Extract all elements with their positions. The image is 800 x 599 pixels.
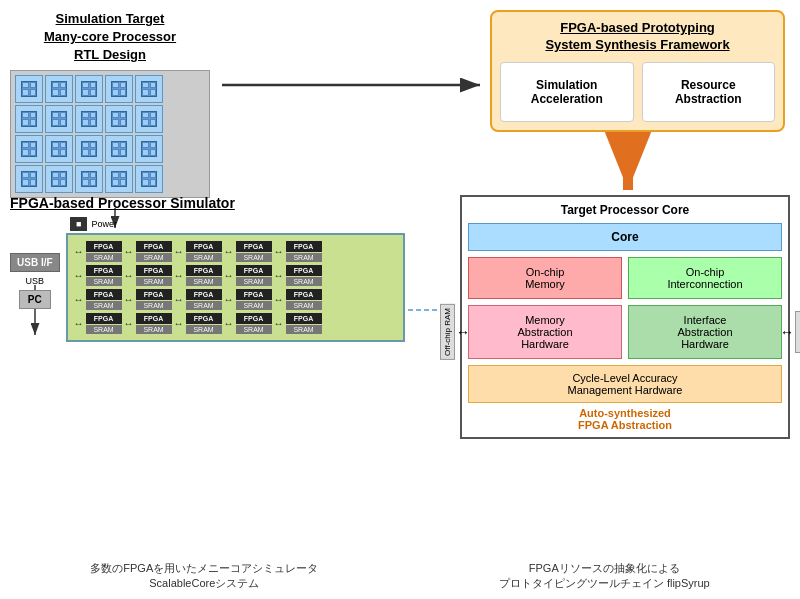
sram-node: SRAM bbox=[186, 325, 222, 334]
fpga-node: FPGA bbox=[286, 265, 322, 276]
sram-node: SRAM bbox=[136, 301, 172, 310]
usb-label: USB bbox=[26, 276, 45, 286]
fpga-node: FPGA bbox=[186, 241, 222, 252]
fpga-sim-title: FPGA-based Processor Simulator bbox=[10, 195, 405, 211]
fpga-grid-row-2: ↔ FPGASRAM ↔ FPGASRAM ↔ FPGASRAM ↔ FPGAS… bbox=[74, 265, 397, 286]
fpga-node: FPGA bbox=[286, 289, 322, 300]
chip-cell bbox=[45, 165, 73, 193]
fpga-node: FPGA bbox=[186, 289, 222, 300]
fpga-node: FPGA bbox=[236, 265, 272, 276]
chip-cell bbox=[15, 75, 43, 103]
chip-cell bbox=[135, 75, 163, 103]
chip-cell bbox=[75, 75, 103, 103]
arrow-icon: ↔ bbox=[224, 246, 234, 257]
chip-cell bbox=[135, 135, 163, 163]
fpga-io-section: ↔ FPGA I/O bbox=[780, 305, 800, 359]
fpga-grid-row-1: ↔ FPGASRAM ↔ FPGASRAM ↔ FPGASRAM ↔ FPGAS… bbox=[74, 241, 397, 262]
fpga-node: FPGA bbox=[186, 265, 222, 276]
sram-node: SRAM bbox=[86, 301, 122, 310]
fpga-node: FPGA bbox=[136, 265, 172, 276]
offchip-ram-section: Off-chip RAM ↔ bbox=[440, 305, 470, 359]
main-container: Simulation TargetMany-core ProcessorRTL … bbox=[0, 0, 800, 599]
onchip-memory-box: On-chipMemory bbox=[468, 257, 622, 299]
chip-cell bbox=[135, 105, 163, 133]
abstraction-row: Off-chip RAM ↔ MemoryAbstractionHardware… bbox=[468, 305, 782, 359]
sram-node: SRAM bbox=[86, 277, 122, 286]
simulator-inner: USB I/F USB PC ↔ FPGASRAM ↔ FPGASRAM ↔ F… bbox=[10, 233, 405, 342]
bottom-right-line2: プロトタイピングツールチェイン flipSyrup bbox=[499, 576, 710, 591]
offchip-ram-label: Off-chip RAM bbox=[440, 304, 455, 360]
fpga-simulator-section: FPGA-based Processor Simulator ■ Power U… bbox=[10, 195, 405, 342]
fpga-node: FPGA bbox=[136, 289, 172, 300]
sram-node: SRAM bbox=[86, 325, 122, 334]
power-label: Power bbox=[91, 219, 117, 229]
power-section: ■ Power bbox=[70, 217, 405, 231]
chip-cell bbox=[45, 75, 73, 103]
fpga-grid-area: ↔ FPGASRAM ↔ FPGASRAM ↔ FPGASRAM ↔ FPGAS… bbox=[66, 233, 405, 342]
arrow-icon: ↔ bbox=[174, 246, 184, 257]
sim-target-section: Simulation TargetMany-core ProcessorRTL … bbox=[10, 10, 210, 198]
double-arrow-right-icon: ↔ bbox=[780, 324, 794, 340]
usb-pc-section: USB I/F USB PC bbox=[10, 253, 60, 309]
bottom-right-text: FPGAリソースの抽象化による プロトタイピングツールチェイン flipSyru… bbox=[499, 561, 710, 591]
fpga-framework-title-underline: FPGA-based PrototypingSystem Synthesis F… bbox=[545, 20, 729, 52]
usb-box: USB I/F bbox=[10, 253, 60, 272]
arrow-icon: ↔ bbox=[274, 318, 284, 329]
sram-node: SRAM bbox=[286, 277, 322, 286]
sram-node: SRAM bbox=[186, 277, 222, 286]
fpga-io-label: FPGA I/O bbox=[795, 311, 800, 353]
sim-target-title: Simulation TargetMany-core ProcessorRTL … bbox=[10, 10, 210, 65]
chip-cell bbox=[45, 105, 73, 133]
cycle-management-box: Cycle-Level AccuracyManagement Hardware bbox=[468, 365, 782, 403]
arrow-icon: ↔ bbox=[274, 270, 284, 281]
bottom-right-line1: FPGAリソースの抽象化による bbox=[499, 561, 710, 576]
auto-synth-label: Auto-synthesized FPGA Abstraction bbox=[468, 407, 782, 431]
arrow-icon: ↔ bbox=[124, 270, 134, 281]
arrow-icon: ↔ bbox=[74, 246, 84, 257]
arrow-icon: ↔ bbox=[274, 246, 284, 257]
chip-cell bbox=[105, 105, 133, 133]
double-arrow-icon: ↔ bbox=[456, 324, 470, 340]
fpga-node: FPGA bbox=[86, 313, 122, 324]
fpga-grid-row-3: ↔ FPGASRAM ↔ FPGASRAM ↔ FPGASRAM ↔ FPGAS… bbox=[74, 289, 397, 310]
chip-cell bbox=[45, 135, 73, 163]
sram-node: SRAM bbox=[286, 253, 322, 262]
interface-abstraction-box: InterfaceAbstractionHardware bbox=[628, 305, 782, 359]
chip-cell bbox=[75, 135, 103, 163]
arrow-icon: ↔ bbox=[224, 270, 234, 281]
sram-node: SRAM bbox=[236, 277, 272, 286]
sram-node: SRAM bbox=[136, 253, 172, 262]
sram-node: SRAM bbox=[236, 325, 272, 334]
fpga-node: FPGA bbox=[286, 241, 322, 252]
sram-node: SRAM bbox=[136, 325, 172, 334]
bottom-text-section: 多数のFPGAを用いたメニーコアシミュレータ ScalableCoreシステム … bbox=[0, 561, 800, 591]
fpga-node: FPGA bbox=[86, 289, 122, 300]
memory-abstraction-box: MemoryAbstractionHardware bbox=[468, 305, 622, 359]
target-processor-title: Target Processor Core bbox=[468, 203, 782, 217]
fpga-node: FPGA bbox=[136, 313, 172, 324]
arrow-icon: ↔ bbox=[124, 318, 134, 329]
framework-boxes: Simulation Acceleration Resource Abstrac… bbox=[500, 62, 775, 122]
arrow-icon: ↔ bbox=[174, 270, 184, 281]
fpga-framework-title: FPGA-based PrototypingSystem Synthesis F… bbox=[500, 20, 775, 54]
fpga-node: FPGA bbox=[236, 289, 272, 300]
simulation-acceleration-box: Simulation Acceleration bbox=[500, 62, 634, 122]
fpga-node: FPGA bbox=[136, 241, 172, 252]
sram-node: SRAM bbox=[136, 277, 172, 286]
chip-cell bbox=[105, 75, 133, 103]
sram-node: SRAM bbox=[186, 301, 222, 310]
fpga-node: FPGA bbox=[186, 313, 222, 324]
onchip-interconnect-box: On-chipInterconnection bbox=[628, 257, 782, 299]
arrow-icon: ↔ bbox=[224, 294, 234, 305]
sram-node: SRAM bbox=[186, 253, 222, 262]
chip-cell bbox=[105, 165, 133, 193]
sram-node: SRAM bbox=[286, 325, 322, 334]
arrow-icon: ↔ bbox=[174, 294, 184, 305]
bottom-left-line2: ScalableCoreシステム bbox=[90, 576, 318, 591]
chip-cell bbox=[105, 135, 133, 163]
arrow-icon: ↔ bbox=[74, 294, 84, 305]
sram-node: SRAM bbox=[236, 253, 272, 262]
chip-cell bbox=[135, 165, 163, 193]
target-processor-section: Target Processor Core Core On-chipMemory… bbox=[460, 195, 790, 439]
chip-cell bbox=[15, 135, 43, 163]
